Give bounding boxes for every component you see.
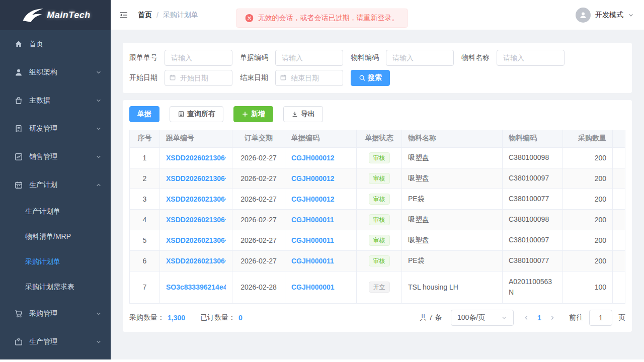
filter-input[interactable] (386, 50, 454, 66)
doc-no-link[interactable]: CGJH000011 (291, 257, 350, 265)
empty-cell (613, 209, 625, 230)
sidebar-item[interactable]: 生产计划 (0, 171, 111, 199)
topbar: 首页 / 采购计划单 无效的会话，或者会话已过期，请重新登录。 开发 (111, 0, 644, 30)
order-no-cell: SO3c833396214e40 (160, 271, 232, 303)
新增-button[interactable]: 新增 (233, 106, 273, 122)
sidebar-item[interactable]: 生产管理 (0, 328, 111, 356)
order-no-link[interactable]: XSDD2026021306·· (166, 257, 226, 265)
user-menu[interactable]: 开发模式 (576, 8, 634, 23)
session-error-toast: 无效的会话，或者会话已过期，请重新登录。 (236, 9, 408, 28)
column-header: 物料名称 (402, 130, 503, 147)
table-row: 7 SO3c833396214e40 2026-02-28 CGJH000001… (130, 271, 625, 303)
total-count: 共 7 条 (420, 313, 442, 322)
chevron-down-icon (96, 311, 102, 317)
goto-page-input[interactable] (589, 310, 612, 326)
order-no-link[interactable]: XSDD2026021306·· (166, 195, 226, 203)
brand-name: MainTech (47, 10, 90, 21)
order-no-link[interactable]: XSDD2026021306·· (166, 174, 226, 183)
doc-no-link[interactable]: CGJH000012 (291, 174, 350, 183)
box-icon (14, 337, 23, 346)
qty-cell: 200 (563, 168, 613, 189)
sidebar-item[interactable]: 主数据 (0, 86, 111, 115)
sidebar-fold-icon[interactable] (119, 10, 130, 21)
sidebar-item[interactable]: 研发管理 (0, 115, 111, 143)
delivery-date-cell: 2026-02-27 (232, 168, 285, 189)
sidebar-item[interactable]: 首页 (0, 30, 111, 58)
单据-button[interactable]: 单据 (129, 106, 159, 122)
查询所有-button[interactable]: 查询所有 (170, 106, 223, 122)
totals-summary: 采购数量： 1,300 已订数量： 0 (129, 313, 243, 322)
material-name-cell: 吸塑盘 (402, 147, 503, 168)
doc-no-link[interactable]: CGJH000001 (291, 283, 350, 291)
status-badge: 审核 (369, 173, 390, 184)
sidebar-item-label: 销售管理 (29, 152, 96, 161)
document-icon (14, 124, 23, 133)
sidebar-subitem[interactable]: 生产计划单 (0, 199, 111, 224)
app-window: MainTech 首页组织架构主数据研发管理销售管理生产计划生产计划单物料清单/… (0, 0, 644, 362)
status-cell: 审核 (357, 189, 402, 209)
sidebar-item-label: 主数据 (29, 96, 96, 105)
status-badge: 审核 (369, 194, 390, 205)
qty-cell: 200 (563, 147, 613, 168)
sidebar-item[interactable]: 组织架构 (0, 58, 111, 86)
date-input[interactable] (165, 70, 232, 86)
material-code-cell: A0201100563N (503, 271, 563, 303)
purchase-qty-label: 采购数量： (129, 313, 165, 322)
doc-no-link[interactable]: CGJH000011 (291, 236, 350, 244)
order-no-link[interactable]: SO3c833396214e40 (166, 283, 226, 291)
doc-no-link[interactable]: CGJH000012 (291, 195, 350, 203)
order-no-cell: XSDD2026021306·· (160, 230, 232, 250)
order-no-link[interactable]: XSDD2026021306·· (166, 216, 226, 224)
chevron-down-icon (96, 126, 102, 132)
breadcrumb-current: 采购计划单 (163, 11, 198, 20)
search-button[interactable]: 搜索 (351, 70, 390, 86)
status-badge: 开立 (369, 282, 390, 293)
table-row: 2 XSDD2026021306·· 2026-02-27 CGJH000012… (130, 168, 625, 189)
doc-no-link[interactable]: CGJH000011 (291, 216, 350, 224)
sidebar-subitem[interactable]: 采购计划需求表 (0, 275, 111, 300)
cart-icon (14, 309, 23, 318)
filter-panel: 跟单单号单据编码物料编码物料名称 开始日期结束日期 搜索 (123, 43, 632, 93)
sidebar-item[interactable]: 采购管理 (0, 300, 111, 328)
filter-label: 跟单单号 (129, 53, 157, 62)
filter-field: 跟单单号 (129, 50, 232, 66)
chevron-down-icon (96, 154, 102, 160)
calendar-icon (14, 180, 23, 190)
ordered-qty-value: 0 (238, 314, 243, 322)
filter-label: 开始日期 (129, 73, 157, 82)
filter-input[interactable] (165, 50, 232, 66)
next-page-button[interactable] (546, 311, 559, 325)
pagination: 共 7 条 100条/页 1 (420, 310, 625, 326)
table-row: 6 XSDD2026021306·· 2026-02-27 CGJH000011… (130, 250, 625, 271)
user-mode-label: 开发模式 (595, 11, 623, 20)
delivery-date-cell: 2026-02-27 (232, 189, 285, 209)
row-index-cell: 3 (130, 189, 160, 209)
purchase-plan-table: 序号跟单编号订单交期单据编码单据状态物料名称物料编码采购数量 1 XSDD202… (129, 130, 625, 304)
filter-input[interactable] (275, 50, 343, 66)
status-badge: 审核 (369, 235, 390, 246)
order-no-link[interactable]: XSDD2026021306·· (166, 154, 226, 162)
导出-button[interactable]: 导出 (283, 106, 323, 122)
date-input[interactable] (275, 70, 343, 86)
sidebar-subitem-label: 采购计划需求表 (25, 283, 74, 292)
delivery-date-cell: 2026-02-27 (232, 230, 285, 250)
sidebar-item[interactable]: 销售管理 (0, 143, 111, 171)
avatar (576, 8, 591, 23)
empty-cell (613, 168, 625, 189)
doc-no-cell: CGJH000011 (285, 209, 357, 230)
page-number[interactable]: 1 (533, 314, 546, 322)
doc-no-link[interactable]: CGJH000012 (291, 154, 350, 162)
breadcrumb-separator: / (156, 11, 158, 19)
page-size-select[interactable]: 100条/页 (451, 310, 514, 326)
prev-page-button[interactable] (520, 311, 533, 325)
filter-label: 物料编码 (351, 53, 379, 62)
sidebar-subitem-label: 物料清单/MRP (25, 232, 71, 241)
material-code-cell: C380100098 (503, 209, 563, 230)
sidebar-subitem[interactable]: 物料清单/MRP (0, 224, 111, 249)
breadcrumb-home[interactable]: 首页 (138, 11, 152, 20)
breadcrumb: 首页 / 采购计划单 (138, 11, 198, 20)
bottom-scrollbar-strip[interactable] (0, 359, 644, 362)
filter-input[interactable] (497, 50, 565, 66)
sidebar-subitem[interactable]: 采购计划单 (0, 249, 111, 275)
order-no-link[interactable]: XSDD2026021306·· (166, 236, 226, 244)
